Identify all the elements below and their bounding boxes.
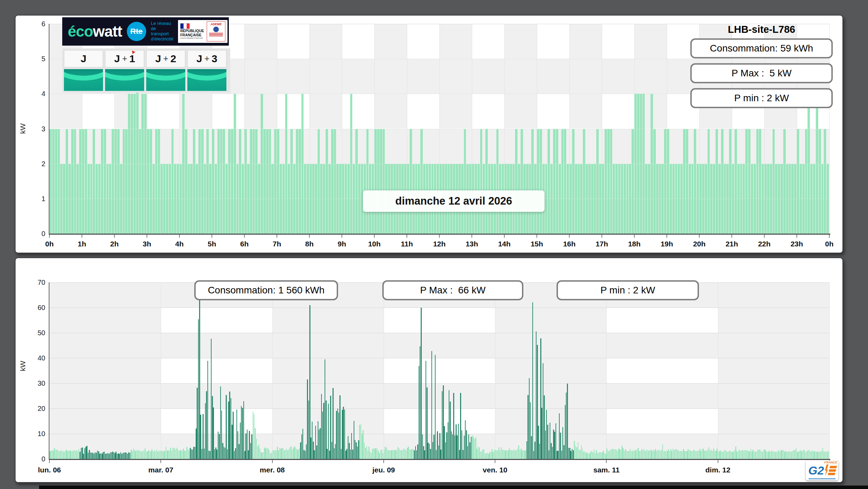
power-bar [159, 451, 160, 459]
power-bar [401, 450, 402, 459]
power-bar [420, 346, 421, 459]
x-tick-label: 18h [628, 240, 641, 248]
background-cell [272, 308, 384, 333]
y-tick-label: 2 [29, 160, 45, 168]
power-bar [749, 451, 750, 459]
power-bar [138, 451, 139, 459]
power-bar [533, 451, 534, 459]
power-bar [679, 451, 680, 459]
power-bar [248, 450, 249, 459]
background-cell [537, 59, 569, 94]
power-bar [585, 451, 586, 459]
power-bar [281, 448, 282, 459]
background-cell [472, 94, 504, 129]
power-bar [299, 129, 301, 234]
x-tick-label: 23h [791, 240, 803, 248]
power-bar [778, 450, 779, 459]
y-tick-label: 5 [29, 55, 45, 63]
forecast-tile-j[interactable]: J [64, 50, 103, 91]
power-bar [509, 449, 510, 459]
power-bar [478, 446, 479, 459]
power-bar [199, 300, 200, 459]
power-bar [664, 451, 665, 459]
power-bar [239, 129, 241, 234]
background-cell [718, 282, 829, 308]
power-bar [262, 453, 263, 459]
power-bar [518, 445, 519, 459]
power-bar [450, 402, 451, 459]
power-bar [463, 450, 464, 459]
power-bar [453, 393, 454, 459]
power-bar [89, 450, 90, 459]
background-cell [374, 94, 407, 129]
power-bar [342, 410, 343, 459]
background-cell [147, 94, 179, 129]
power-bar [193, 129, 195, 234]
power-bar [465, 420, 466, 459]
power-bar [266, 129, 269, 234]
power-bar [333, 388, 334, 459]
g2e-e-icon [828, 466, 837, 475]
forecast-tile-j-plus-1[interactable]: J+1 [105, 50, 144, 91]
power-bar [698, 451, 699, 459]
stat-box: P Max : 66 kW [382, 280, 523, 300]
power-bar [300, 442, 301, 459]
power-bar [799, 451, 800, 459]
power-bar [632, 129, 634, 234]
power-bar [81, 448, 82, 459]
power-bar [471, 437, 472, 459]
power-bar [634, 451, 635, 459]
power-bar [329, 451, 330, 459]
x-tick-label: 13h [466, 240, 478, 248]
power-bar [774, 452, 775, 459]
forecast-tile-j-plus-3[interactable]: J+3 [187, 50, 226, 91]
power-bar [354, 421, 355, 459]
power-bar [296, 448, 297, 459]
x-tick-label: 11h [401, 240, 413, 248]
power-bar [229, 392, 230, 459]
forecast-tile-j-plus-2[interactable]: J+2 [146, 50, 185, 91]
x-tick-label: jeu. 09 [372, 466, 395, 474]
background-cell [342, 59, 374, 94]
power-bar [163, 451, 164, 459]
power-bar [609, 451, 610, 459]
power-bar [710, 451, 711, 459]
power-bar [201, 129, 204, 234]
power-bar [428, 443, 429, 459]
power-bar [203, 414, 204, 459]
power-bar [385, 447, 386, 459]
power-bar [731, 452, 732, 459]
power-bar [101, 453, 102, 459]
power-bar [119, 454, 120, 459]
power-bar [175, 450, 176, 459]
power-bar [364, 443, 365, 459]
power-bar [171, 129, 174, 234]
background-cell [718, 408, 829, 434]
power-bar [115, 452, 116, 459]
power-bar [423, 446, 424, 459]
power-bar [662, 444, 663, 459]
background-cell [718, 358, 829, 383]
power-bar [501, 447, 502, 459]
power-bar [526, 441, 528, 459]
y-tick-label: 60 [29, 304, 45, 312]
power-bar [812, 450, 813, 459]
power-bar [147, 129, 149, 234]
power-bar [805, 452, 806, 459]
power-bar [524, 450, 525, 459]
power-bar [320, 428, 321, 459]
power-bar [632, 451, 633, 459]
power-bar [570, 451, 571, 459]
power-bar [565, 405, 566, 459]
power-bar [372, 449, 373, 459]
power-bar [260, 449, 261, 459]
power-bar [487, 453, 488, 459]
power-bar [563, 445, 564, 459]
stat-box: P Max : 5 kW [690, 63, 833, 83]
power-bar [782, 450, 783, 459]
power-bar [756, 129, 759, 234]
power-bar [149, 451, 150, 459]
power-bar [572, 129, 575, 234]
background-cell [472, 24, 504, 59]
power-bar [162, 451, 163, 459]
